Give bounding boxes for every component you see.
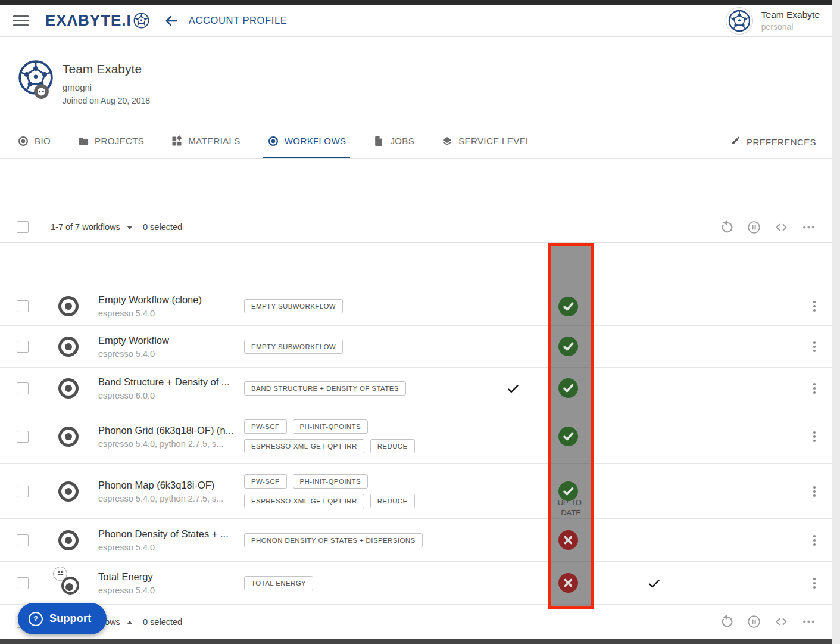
row-menu-button[interactable] [807, 381, 822, 398]
layers-icon [441, 135, 453, 147]
subworkflow-chip: PHONON DENSITY OF STATES + DISPERSIONS [244, 533, 423, 547]
row-checkbox[interactable] [17, 300, 29, 312]
workflow-name[interactable]: Empty Workflow (clone) [98, 294, 202, 306]
table-row[interactable]: Total Energyespresso 5.4.0 TOTAL ENERGY [0, 561, 832, 604]
subworkflow-chips: BAND STRUCTURE + DENSITY OF STATES [244, 368, 406, 409]
row-menu-button[interactable] [807, 533, 822, 550]
subworkflow-chip: PW-SCF [244, 419, 287, 434]
account-name: Team Exabyte [761, 10, 820, 20]
code-icon[interactable] [774, 614, 789, 629]
profile-username: gmogni [63, 82, 92, 92]
profile-name: Team Exabyte [63, 62, 142, 76]
window-bottom-strip [0, 639, 832, 644]
select-all-checkbox[interactable] [17, 221, 29, 233]
bio-icon [17, 135, 29, 147]
row-menu-button[interactable] [807, 576, 822, 593]
folder-icon [77, 135, 89, 147]
tab-bio[interactable]: BIO [13, 125, 55, 158]
window-right-gutter[interactable] [832, 0, 840, 644]
subworkflow-chips: PW-SCFPH-INIT-QPOINTS ESPRESSO-XML-GET-Q… [244, 464, 415, 518]
workflow-name[interactable]: Phonon Map (6k3q18i-OF) [98, 480, 223, 491]
workflow-icon [58, 378, 79, 399]
back-arrow-icon[interactable] [164, 13, 179, 29]
subworkflow-chip: BAND STRUCTURE + DENSITY OF STATES [244, 381, 406, 396]
tab-projects[interactable]: PROJECTS [73, 125, 148, 158]
account-switcher[interactable]: Team Exabyte personal [726, 7, 820, 35]
workflow-name[interactable]: Phonon Grid (6k3q18i-OF) (n... [98, 425, 233, 436]
support-label: Support [49, 612, 91, 625]
table-row[interactable]: Phonon Density of States + ...espresso 5… [0, 518, 832, 561]
undo-icon[interactable] [719, 614, 734, 629]
workflow-icon [58, 337, 79, 357]
row-menu-button[interactable] [807, 430, 822, 446]
tab-service-level[interactable]: SERVICE LEVEL [437, 125, 535, 158]
up-to-date-no-icon [558, 530, 578, 550]
workflow-icon [58, 427, 79, 447]
pagination-caret-icon[interactable] [127, 226, 133, 229]
pause-circle-icon[interactable] [747, 220, 761, 235]
tab-materials[interactable]: MATERIALS [167, 125, 245, 158]
row-checkbox[interactable] [17, 431, 29, 443]
menu-icon[interactable] [13, 15, 29, 26]
selection-actions-top [719, 220, 816, 235]
row-checkbox[interactable] [17, 382, 29, 394]
tab-workflows[interactable]: WORKFLOWS [263, 125, 351, 158]
up-to-date-yes-icon [558, 337, 578, 356]
table-row[interactable]: Phonon Grid (6k3q18i-OF) (n...espresso 5… [0, 409, 832, 463]
more-horiz-icon[interactable] [801, 614, 816, 629]
profile-section: Team Exabyte gmogni Joined on Aug 20, 20… [0, 37, 832, 125]
workflow-version: espresso 5.4.0 [98, 309, 202, 318]
more-horiz-icon[interactable] [801, 220, 816, 235]
subworkflow-chip: ESPRESSO-XML-GET-QPT-IRR [244, 494, 364, 508]
question-icon: ? [29, 612, 43, 626]
row-menu-button[interactable] [807, 299, 822, 316]
widgets-icon [171, 135, 183, 147]
code-icon[interactable] [774, 220, 789, 235]
subworkflow-chips: EMPTY SUBWORKFLOW [244, 326, 343, 367]
public-check-icon [647, 575, 662, 593]
support-button[interactable]: ? Support [18, 603, 107, 634]
row-checkbox[interactable] [17, 577, 29, 589]
table-row[interactable]: Empty Workflowespresso 5.4.0 EMPTY SUBWO… [0, 325, 832, 367]
table-row[interactable]: Band Structure + Density of ...espresso … [0, 367, 832, 409]
table-row[interactable]: Empty Workflow (clone)espresso 5.4.0 EMP… [0, 287, 832, 325]
workflow-version: espresso 5.4.0, python 2.7.5, s... [98, 494, 223, 503]
undo-icon[interactable] [719, 220, 734, 235]
subworkflow-chips: EMPTY SUBWORKFLOW [244, 287, 343, 325]
subworkflow-chip: TOTAL ENERGY [244, 576, 313, 590]
workflow-name[interactable]: Total Energy [98, 571, 155, 583]
pagination-range[interactable]: 1-7 of 7 workflows [51, 222, 120, 232]
row-menu-button[interactable] [807, 340, 822, 356]
subworkflow-chip: PH-INIT-QPOINTS [293, 419, 368, 434]
selection-bar-bottom: 1-7 of 7 workflows 0 selected [0, 604, 832, 639]
workflow-name[interactable]: Band Structure + Density of ... [98, 377, 230, 388]
workflow-name[interactable]: Empty Workflow [98, 335, 169, 346]
account-type: personal [761, 22, 820, 32]
up-to-date-no-icon [558, 573, 578, 593]
account-avatar [726, 7, 753, 35]
profile-joined-date: Joined on Aug 20, 2018 [63, 96, 150, 105]
pagination-caret-icon[interactable] [127, 621, 133, 624]
workflow-name[interactable]: Phonon Density of States + ... [98, 528, 229, 540]
tab-jobs[interactable]: JOBS [369, 125, 419, 158]
subworkflow-chips: TOTAL ENERGY [244, 562, 313, 604]
selected-count: 0 selected [143, 222, 182, 232]
preferences-button[interactable]: PREFERENCES [730, 125, 832, 158]
row-menu-button[interactable] [807, 484, 822, 501]
up-to-date-yes-icon [558, 481, 578, 501]
team-shared-badge-icon [53, 567, 67, 581]
row-checkbox[interactable] [17, 341, 29, 353]
workflows-icon [267, 135, 279, 147]
exabyte-logo[interactable]: EXΛBYTE.I [45, 11, 149, 30]
row-checkbox[interactable] [17, 534, 29, 546]
row-checkbox[interactable] [17, 486, 29, 497]
table-row[interactable]: Phonon Map (6k3q18i-OF)espresso 5.4.0, p… [0, 463, 832, 518]
pause-circle-icon[interactable] [747, 614, 761, 629]
document-icon [373, 135, 385, 147]
account-profile-screen: EXΛBYTE.I ACCOUNT PROFILE Team Exabyte p… [0, 0, 840, 644]
exabyte-ball-icon [133, 13, 149, 29]
subworkflow-chip: EMPTY SUBWORKFLOW [244, 340, 343, 354]
window-top-strip [0, 0, 832, 5]
page-title: ACCOUNT PROFILE [189, 15, 287, 26]
user-face-badge-icon [33, 83, 49, 99]
